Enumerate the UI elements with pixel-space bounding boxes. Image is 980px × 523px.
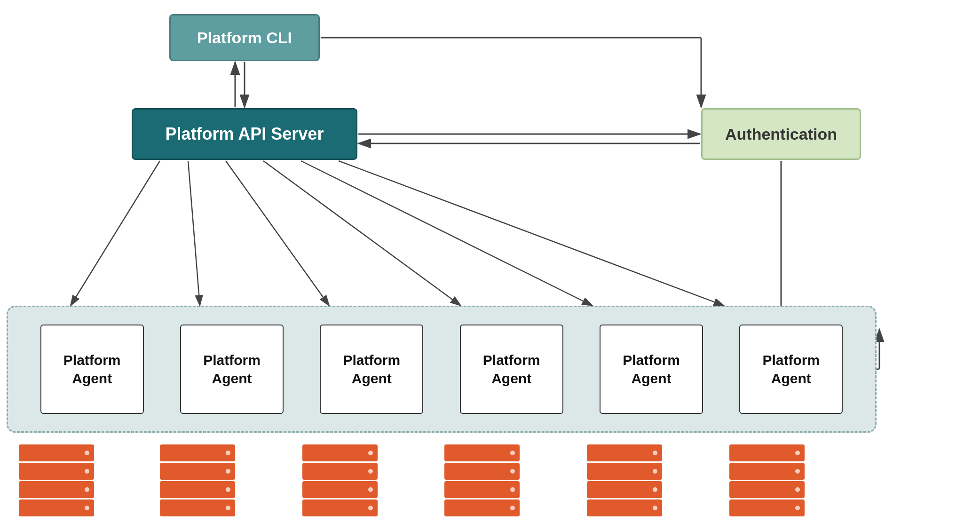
platform-agent-4: PlatformAgent <box>460 325 563 414</box>
server-icon <box>19 444 94 461</box>
server-group-4 <box>444 444 520 516</box>
platform-agent-3: PlatformAgent <box>320 325 423 414</box>
platform-api-box: Platform API Server <box>132 108 357 160</box>
server-icon <box>729 481 805 498</box>
server-icon <box>729 444 805 461</box>
server-icon <box>302 481 378 498</box>
server-icon <box>19 463 94 480</box>
svg-line-13 <box>226 161 329 306</box>
server-group-6 <box>729 444 805 516</box>
server-icon <box>19 481 94 498</box>
svg-line-11 <box>71 161 160 306</box>
platform-agent-1: PlatformAgent <box>40 325 144 414</box>
server-icon <box>444 463 520 480</box>
server-icon <box>19 499 94 516</box>
platform-agent-6: PlatformAgent <box>739 325 843 414</box>
server-group-5 <box>587 444 662 516</box>
authentication-label: Authentication <box>725 125 837 143</box>
server-icon <box>587 499 662 516</box>
server-icon <box>587 463 662 480</box>
server-icon <box>444 444 520 461</box>
platform-agent-5: PlatformAgent <box>600 325 703 414</box>
server-icon <box>302 499 378 516</box>
architecture-diagram: Platform CLI Platform API Server Authent… <box>0 0 980 523</box>
server-icon <box>444 499 520 516</box>
svg-line-15 <box>301 161 593 306</box>
platform-api-label: Platform API Server <box>166 124 324 144</box>
server-group-2 <box>160 444 235 516</box>
server-icon <box>729 463 805 480</box>
platform-cli-label: Platform CLI <box>197 29 292 47</box>
server-icon <box>302 444 378 461</box>
server-icon <box>587 481 662 498</box>
server-icon <box>160 444 235 461</box>
svg-line-12 <box>188 161 200 306</box>
platform-agent-2: PlatformAgent <box>180 325 284 414</box>
server-icon <box>444 481 520 498</box>
server-icon <box>302 463 378 480</box>
agents-container: PlatformAgent PlatformAgent PlatformAgen… <box>7 306 877 433</box>
platform-cli-box: Platform CLI <box>169 14 320 61</box>
server-icon <box>729 499 805 516</box>
server-icon <box>160 499 235 516</box>
server-group-3 <box>302 444 378 516</box>
server-icon <box>160 463 235 480</box>
svg-line-16 <box>339 161 724 306</box>
authentication-box: Authentication <box>701 108 861 160</box>
server-icon <box>160 481 235 498</box>
server-icon <box>587 444 662 461</box>
svg-line-14 <box>263 161 461 306</box>
server-group-1 <box>19 444 94 516</box>
